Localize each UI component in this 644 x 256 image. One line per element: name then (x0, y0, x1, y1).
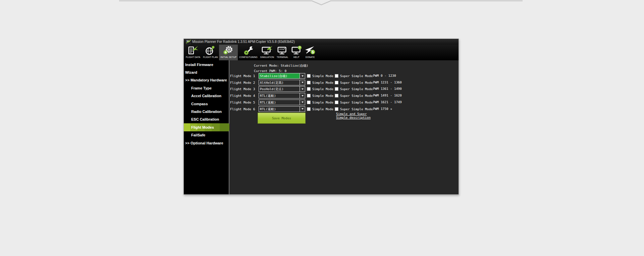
toolbar-label: TERMINAL (277, 56, 288, 58)
simple-mode-label: Simple Mode (312, 74, 333, 78)
tab-flight-data[interactable]: FLIGHT DATA (184, 45, 202, 60)
chevron-down-icon[interactable] (300, 100, 305, 105)
sidebar-item-accel-calibration[interactable]: Accel Calibration (184, 92, 229, 100)
chevron-down-icon[interactable] (300, 86, 305, 91)
sidebar-item-esc-calibration[interactable]: ESC Calibration (184, 116, 229, 123)
title-bar[interactable]: Mp Mission Planner For Radiolink 1.3.51 … (184, 39, 459, 45)
super-simple-mode-checkbox[interactable] (335, 107, 338, 111)
flight-mode-label: Flight Mode 3 (230, 87, 255, 91)
tab-initial-setup[interactable]: INITIAL SETUP (219, 45, 238, 60)
super-simple-mode-label: Super Simple Mode (340, 101, 373, 104)
flight-plan-icon (205, 45, 216, 56)
tab-help[interactable]: ? HELP (290, 45, 303, 60)
sidebar-item-label: Frame Type (191, 86, 212, 90)
tab-terminal[interactable]: TERMINAL (275, 45, 289, 60)
sidebar-item-compass[interactable]: Compass (184, 100, 229, 108)
chevron-down-icon[interactable] (300, 80, 305, 85)
terminal-icon (277, 45, 288, 56)
flight-mode-label: Flight Mode 1 (230, 74, 255, 78)
sidebar-item-mandatory-hardware[interactable]: >> Mandatory Hardware (184, 76, 229, 84)
flight-mode-dropdown[interactable]: RTL(返航) (259, 93, 305, 99)
flight-data-icon (188, 45, 199, 56)
super-simple-mode-label: Super Simple Mode (340, 107, 373, 111)
tab-flight-plan[interactable]: FLIGHT PLAN (202, 45, 219, 60)
sidebar-item-label: Install Firmware (185, 63, 213, 67)
sidebar-item-label: Compass (191, 102, 208, 106)
super-simple-mode-checkbox[interactable] (335, 87, 338, 91)
flight-mode-row: Flight Mode 4 RTL(返航) Simple Mode Super … (229, 93, 459, 99)
flight-mode-dropdown[interactable]: PosHold(定点) (259, 86, 305, 92)
tab-simulation[interactable]: SIMULATION (259, 45, 275, 60)
tab-config-tuning[interactable]: CONFIG/TUNING (238, 45, 259, 60)
flight-mode-row: Flight Mode 2 AltHold(定高) Simple Mode Su… (229, 80, 459, 86)
initial-setup-icon (223, 45, 234, 56)
flight-mode-label: Flight Mode 2 (230, 81, 255, 84)
window-title: Mission Planner For Radiolink 1.3.51 APM… (192, 40, 295, 44)
simple-mode-checkbox[interactable] (307, 74, 311, 78)
pwm-range-label: PWM 1750 + (373, 107, 392, 111)
flight-mode-dropdown[interactable]: AltHold(定高) (259, 80, 305, 85)
sidebar-item-label: >> Mandatory Hardware (185, 78, 227, 82)
simulation-icon (261, 45, 273, 56)
app-icon: Mp (186, 40, 191, 44)
pwm-range-label: PWM 1491 - 1620 (373, 93, 402, 97)
simple-description-link[interactable]: Simple and Super Simple description (336, 112, 371, 119)
link-line-2: Simple description (336, 116, 371, 119)
pwm-range-label: PWM 0 - 1230 (373, 74, 396, 77)
flight-mode-label: Flight Mode 6 (230, 107, 255, 111)
super-simple-mode-checkbox[interactable] (335, 94, 338, 98)
super-simple-mode-label: Super Simple Mode (340, 87, 373, 91)
flight-mode-row: Flight Mode 5 RTL(返航) Simple Mode Super … (229, 100, 459, 106)
super-simple-mode-label: Super Simple Mode (340, 94, 373, 98)
current-mode-text: Current Mode: Stabilize(自稳) (254, 64, 308, 68)
simple-mode-label: Simple Mode (312, 94, 333, 98)
flight-mode-value: Stabilize(自稳) (259, 73, 300, 78)
simple-mode-checkbox[interactable] (307, 107, 311, 111)
super-simple-mode-label: Super Simple Mode (340, 74, 373, 78)
sidebar-item-wizard[interactable]: Wizard (184, 68, 229, 76)
tab-donate[interactable]: $ DONATE (303, 45, 317, 60)
simple-mode-checkbox[interactable] (307, 94, 311, 98)
flight-mode-dropdown[interactable]: Stabilize(自稳) (259, 73, 305, 79)
pwm-range-label: PWM 1621 - 1749 (373, 100, 402, 104)
super-simple-mode-checkbox[interactable] (335, 81, 338, 84)
simple-mode-checkbox[interactable] (307, 87, 311, 91)
chevron-down-icon[interactable] (300, 73, 305, 78)
config-tuning-icon (243, 45, 254, 56)
flight-mode-dropdown[interactable]: RTL(返航) (259, 106, 305, 112)
flight-mode-row: Flight Mode 3 PosHold(定点) Simple Mode Su… (229, 86, 459, 92)
toolbar-label: SIMULATION (260, 56, 274, 58)
sidebar-item-optional-hardware[interactable]: >> Optional Hardware (184, 139, 229, 147)
sidebar-item-install-firmware[interactable]: Install Firmware (184, 61, 229, 68)
flight-mode-dropdown[interactable]: RTL(返航) (259, 100, 305, 105)
save-modes-button[interactable]: Save Modes (258, 113, 306, 124)
sidebar-item-label: FailSafe (191, 133, 205, 137)
main-toolbar: FLIGHT DATA FLIGHT PLAN (184, 45, 459, 60)
sidebar-item-label: ESC Calibration (191, 117, 219, 121)
super-simple-mode-label: Super Simple Mode (340, 81, 373, 84)
simple-mode-label: Simple Mode (312, 107, 333, 111)
chevron-down-icon[interactable] (300, 93, 305, 98)
sidebar-item-flight-modes[interactable]: Flight Modes (184, 123, 229, 131)
toolbar-label: FLIGHT PLAN (203, 56, 218, 58)
toolbar-label: CONFIG/TUNING (239, 56, 258, 58)
flight-mode-value: RTL(返航) (259, 100, 300, 105)
flight-mode-label: Flight Mode 5 (230, 101, 255, 104)
super-simple-mode-checkbox[interactable] (335, 74, 338, 78)
simple-mode-checkbox[interactable] (307, 81, 311, 84)
top-divider-line (119, 0, 523, 6)
pwm-range-label: PWM 1361 - 1490 (373, 87, 402, 90)
sidebar-item-radio-calibration[interactable]: Radio Calibration (184, 108, 229, 115)
super-simple-mode-checkbox[interactable] (335, 101, 338, 104)
simple-mode-checkbox[interactable] (307, 101, 311, 104)
toolbar-label: DONATE (306, 56, 315, 58)
mission-planner-window: Mp Mission Planner For Radiolink 1.3.51 … (183, 39, 459, 195)
sidebar-item-frame-type[interactable]: Frame Type (184, 84, 229, 92)
help-icon: ? (291, 45, 302, 56)
setup-sidebar: Install FirmwareWizard>> Mandatory Hardw… (184, 60, 229, 194)
simple-mode-label: Simple Mode (312, 101, 333, 104)
link-line-1: Simple and Super (336, 112, 371, 116)
chevron-down-icon[interactable] (300, 107, 305, 112)
sidebar-item-failsafe[interactable]: FailSafe (184, 131, 229, 139)
flight-mode-label: Flight Mode 4 (230, 94, 255, 98)
